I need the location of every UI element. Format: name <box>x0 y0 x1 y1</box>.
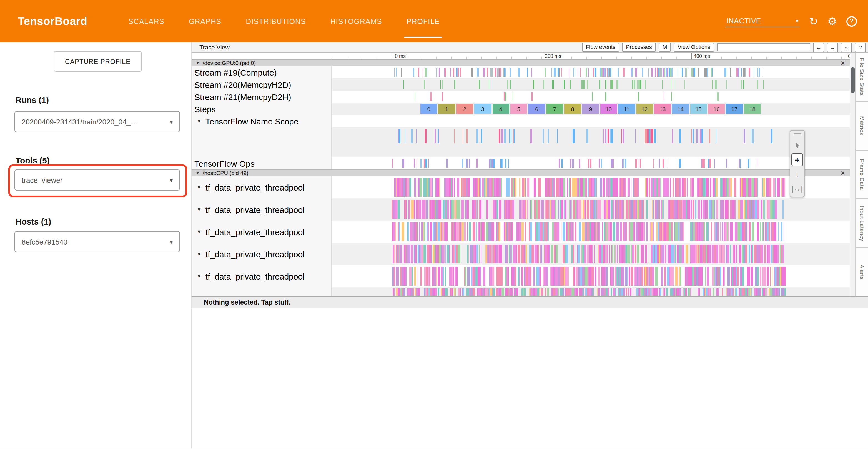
trace-event[interactable] <box>594 68 596 77</box>
trace-event[interactable] <box>722 244 725 263</box>
trace-event[interactable] <box>613 178 614 197</box>
trace-event[interactable] <box>511 222 513 241</box>
trace-event[interactable] <box>658 178 660 197</box>
trace-event[interactable] <box>700 267 703 286</box>
trace-event[interactable] <box>607 129 609 143</box>
trace-event[interactable] <box>444 289 446 296</box>
trace-event[interactable] <box>632 68 632 77</box>
trace-event[interactable] <box>429 200 430 219</box>
tab-alerts[interactable]: Alerts <box>856 248 868 296</box>
trace-event[interactable] <box>489 244 489 263</box>
trace-event[interactable] <box>425 129 427 143</box>
trace-event[interactable] <box>572 129 575 143</box>
trace-event[interactable] <box>558 267 558 286</box>
trace-event[interactable] <box>489 178 492 197</box>
trace-event[interactable] <box>646 178 648 197</box>
trace-event[interactable] <box>633 80 635 89</box>
trace-event[interactable] <box>413 244 414 263</box>
trace-event[interactable] <box>551 68 552 77</box>
trace-event[interactable] <box>700 244 702 263</box>
trace-event[interactable] <box>654 289 656 296</box>
trace-event[interactable] <box>625 244 627 263</box>
trace-event[interactable] <box>711 222 712 241</box>
trace-event[interactable] <box>652 200 653 219</box>
trace-event[interactable] <box>600 200 601 219</box>
trace-event[interactable] <box>420 178 422 197</box>
trace-event[interactable] <box>433 222 434 241</box>
trace-event[interactable] <box>556 267 558 286</box>
trace-event[interactable] <box>492 267 493 286</box>
trace-event[interactable] <box>653 200 654 219</box>
trace-event[interactable] <box>579 159 580 168</box>
trace-event[interactable] <box>496 244 498 263</box>
trace-event[interactable] <box>728 222 730 241</box>
trace-event[interactable] <box>562 159 563 168</box>
trace-event[interactable] <box>466 159 467 168</box>
trace-event[interactable] <box>777 200 778 219</box>
trace-event[interactable] <box>698 178 699 197</box>
trace-event[interactable] <box>523 244 525 263</box>
trace-event[interactable] <box>600 178 602 197</box>
trace-event[interactable] <box>467 289 469 296</box>
trace-event[interactable] <box>655 68 656 77</box>
trace-event[interactable] <box>748 200 749 219</box>
trace-event[interactable] <box>645 244 647 263</box>
trace-event[interactable] <box>607 68 608 77</box>
trace-event[interactable] <box>566 267 566 286</box>
trace-event[interactable] <box>444 200 445 219</box>
trace-event[interactable] <box>744 222 746 241</box>
trace-event[interactable] <box>777 178 779 197</box>
trace-event[interactable] <box>559 68 560 77</box>
trace-event[interactable] <box>775 289 776 296</box>
trace-event[interactable] <box>720 267 722 286</box>
gpu-section-header[interactable]: ▼ /device:GPU:0 (pid 0) X <box>192 59 855 66</box>
trace-event[interactable] <box>509 289 510 296</box>
trace-event[interactable] <box>686 244 688 263</box>
trace-event[interactable] <box>437 289 439 296</box>
trace-event[interactable] <box>732 289 733 296</box>
trace-event[interactable] <box>617 244 618 263</box>
trace-event[interactable] <box>468 159 470 168</box>
trace-event[interactable] <box>663 289 664 296</box>
trace-event[interactable] <box>467 244 468 263</box>
trace-event[interactable] <box>454 289 455 296</box>
trace-event[interactable] <box>634 178 636 197</box>
trace-event[interactable] <box>506 267 508 286</box>
trace-event[interactable] <box>500 244 502 263</box>
trace-event[interactable] <box>479 244 480 263</box>
trace-event[interactable] <box>742 267 744 286</box>
trace-event[interactable] <box>445 267 446 286</box>
trace-event[interactable] <box>727 289 730 296</box>
trace-event[interactable] <box>612 129 613 143</box>
trace-event[interactable] <box>680 200 682 219</box>
trace-event[interactable] <box>636 289 638 296</box>
trace-event[interactable] <box>768 200 770 219</box>
trace-event[interactable] <box>747 289 748 296</box>
trace-event[interactable] <box>623 178 625 197</box>
trace-event[interactable] <box>709 267 709 286</box>
trace-event[interactable] <box>405 178 407 197</box>
trace-event[interactable] <box>450 289 451 296</box>
trace-event[interactable] <box>612 80 613 89</box>
trace-event[interactable] <box>505 92 506 101</box>
trace-event[interactable] <box>672 129 673 143</box>
trace-event[interactable] <box>659 244 660 263</box>
trace-event[interactable] <box>762 289 763 296</box>
trace-event[interactable] <box>613 222 615 241</box>
trace-event[interactable] <box>530 267 531 286</box>
trace-event[interactable] <box>690 222 692 241</box>
trace-event[interactable] <box>538 178 541 197</box>
trace-event[interactable] <box>719 244 721 263</box>
trace-event[interactable] <box>619 200 619 219</box>
trace-event[interactable] <box>597 200 598 219</box>
trace-event[interactable] <box>444 68 446 77</box>
trace-event[interactable] <box>637 80 638 89</box>
tab-frame-data[interactable]: Frame Data <box>856 150 868 199</box>
step-block[interactable]: 16 <box>708 104 725 114</box>
trace-event[interactable] <box>671 289 673 296</box>
trace-event[interactable] <box>741 222 741 241</box>
trace-event[interactable] <box>478 222 479 241</box>
trace-event[interactable] <box>429 178 429 197</box>
trace-event[interactable] <box>556 222 559 241</box>
trace-event[interactable] <box>552 80 553 89</box>
